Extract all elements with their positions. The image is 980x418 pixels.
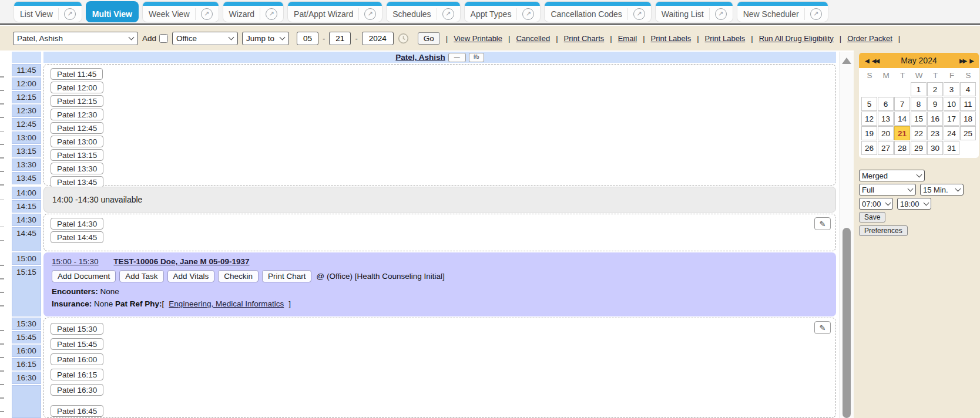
provider-select[interactable]: Patel, Ashish xyxy=(13,32,138,45)
time-cell[interactable]: 12:00 xyxy=(12,77,41,90)
fb-button[interactable]: f/b xyxy=(469,53,484,62)
interval-select[interactable]: 15 Min. xyxy=(920,184,964,195)
minical-day[interactable]: 17 xyxy=(944,112,959,126)
time-cell[interactable]: 16:00 xyxy=(12,345,41,357)
slot-button[interactable]: Patel 15:30 xyxy=(51,323,103,335)
time-cell[interactable]: 12:15 xyxy=(12,91,41,103)
time-cell[interactable]: 16:15 xyxy=(12,358,41,370)
time-cell[interactable]: 15:30 xyxy=(12,318,41,330)
date-day-input[interactable] xyxy=(329,32,351,45)
slot-button[interactable]: Patel 13:00 xyxy=(51,136,103,147)
slot-button[interactable]: Patel 15:45 xyxy=(51,338,103,350)
view-mode-select[interactable]: Merged xyxy=(859,170,925,181)
clock-icon[interactable] xyxy=(398,33,409,44)
prev-year-icon[interactable]: ◀◀ xyxy=(870,58,880,64)
go-button[interactable]: Go xyxy=(418,32,440,45)
time-cell[interactable]: 13:45 xyxy=(12,172,41,184)
external-link-icon[interactable]: ↗ xyxy=(266,8,277,20)
time-cell[interactable]: 13:15 xyxy=(12,145,41,157)
tab-waiting-list[interactable]: Waiting List ↗ xyxy=(656,2,733,22)
edit-provider-day-button[interactable]: ✎ xyxy=(814,217,831,230)
time-cell[interactable]: 14:45 xyxy=(12,227,41,251)
external-link-icon[interactable]: ↗ xyxy=(64,8,76,20)
slot-button[interactable]: Patel 16:00 xyxy=(51,353,103,365)
tab-pat-appt-wizard[interactable]: Pat/Appt Wizard ↗ xyxy=(288,2,382,22)
minical-day[interactable]: 23 xyxy=(927,126,943,140)
minical-day[interactable]: 8 xyxy=(911,97,927,111)
time-cell[interactable]: 11:45 xyxy=(12,64,41,76)
time-cell[interactable]: 15:45 xyxy=(12,331,41,343)
referring-physician-link[interactable]: Engineering, Medical Informatics xyxy=(169,299,284,308)
external-link-icon[interactable]: ↗ xyxy=(633,8,645,20)
add-checkbox[interactable] xyxy=(159,34,168,43)
slot-button[interactable]: Patel 12:30 xyxy=(51,109,103,120)
minical-day[interactable]: 2 xyxy=(927,82,943,96)
minical-day[interactable]: 7 xyxy=(894,97,910,111)
minical-day[interactable]: 18 xyxy=(960,112,976,126)
slot-button[interactable]: Patel 16:15 xyxy=(51,369,103,380)
date-month-input[interactable] xyxy=(297,32,318,45)
scrollbar-thumb[interactable] xyxy=(843,228,851,418)
minical-day[interactable]: 15 xyxy=(911,112,927,126)
order-packet-link[interactable]: Order Packet xyxy=(847,34,892,43)
slot-button[interactable]: Patel 11:45 xyxy=(51,68,103,80)
external-link-icon[interactable]: ↗ xyxy=(715,8,727,20)
print-labels-link[interactable]: Print Labels xyxy=(651,34,692,43)
time-cell[interactable]: 13:30 xyxy=(12,159,41,171)
appointment-patient-link[interactable]: TEST-10006 Doe, Jane M 05-09-1937 xyxy=(113,257,249,266)
add-vitals-button[interactable]: Add Vitals xyxy=(167,270,215,282)
next-month-icon[interactable]: ▶ xyxy=(968,58,975,64)
minical-day[interactable]: 13 xyxy=(878,112,894,126)
tab-week-view[interactable]: Week View ↗ xyxy=(143,2,219,22)
start-time-select[interactable]: 07:00 xyxy=(859,198,893,210)
minical-day[interactable]: 29 xyxy=(911,141,927,155)
time-cell[interactable]: 14:15 xyxy=(12,200,41,213)
slot-button[interactable]: Patel 16:45 xyxy=(51,405,103,417)
minical-day[interactable]: 5 xyxy=(861,97,877,111)
time-cell[interactable]: 14:30 xyxy=(12,214,41,226)
minical-day[interactable]: 24 xyxy=(944,126,959,140)
tab-wizard[interactable]: Wizard ↗ xyxy=(223,2,284,22)
end-time-select[interactable]: 18:00 xyxy=(897,198,931,210)
checkin-button[interactable]: Checkin xyxy=(218,270,259,282)
minical-day[interactable]: 19 xyxy=(861,126,877,140)
tab-multi-view[interactable]: Multi View xyxy=(86,2,138,22)
time-cell[interactable]: 15:15 xyxy=(12,266,41,316)
slot-button[interactable]: Patel 13:45 xyxy=(51,176,103,188)
jump-to-select[interactable]: Jump to xyxy=(242,32,289,45)
time-cell[interactable]: 12:45 xyxy=(12,118,41,130)
add-task-button[interactable]: Add Task xyxy=(119,270,163,282)
email-link[interactable]: Email xyxy=(618,34,637,43)
external-link-icon[interactable]: ↗ xyxy=(442,8,454,20)
cancelled-link[interactable]: Cancelled xyxy=(516,34,550,43)
slot-button[interactable]: Patel 13:30 xyxy=(51,163,103,174)
minical-day[interactable]: 4 xyxy=(960,82,976,96)
time-cell[interactable]: 12:30 xyxy=(12,105,41,117)
view-printable-link[interactable]: View Printable xyxy=(454,34,502,43)
minical-day[interactable]: 27 xyxy=(878,141,894,155)
minical-day-selected[interactable]: 21 xyxy=(894,126,910,140)
minical-day[interactable]: 22 xyxy=(911,126,927,140)
add-document-button[interactable]: Add Document xyxy=(52,270,116,282)
run-drug-eligibility-link[interactable]: Run All Drug Eligibility xyxy=(759,34,834,43)
minical-day[interactable]: 16 xyxy=(927,112,943,126)
print-charts-link[interactable]: Print Charts xyxy=(564,34,605,43)
tab-new-scheduler[interactable]: New Scheduler ↗ xyxy=(737,2,828,22)
next-year-icon[interactable]: ▶▶ xyxy=(958,58,968,64)
appointment-time-link[interactable]: 15:00 - 15:30 xyxy=(52,257,99,266)
time-cell[interactable]: 13:00 xyxy=(12,132,41,144)
minical-day[interactable]: 3 xyxy=(944,82,959,96)
external-link-icon[interactable]: ↗ xyxy=(201,8,213,20)
tab-list-view[interactable]: List View ↗ xyxy=(14,2,82,22)
minical-day[interactable]: 26 xyxy=(861,141,877,155)
minical-day[interactable]: 1 xyxy=(911,82,927,96)
time-cell[interactable] xyxy=(12,385,41,418)
minical-day[interactable]: 31 xyxy=(944,141,959,155)
minical-day[interactable]: 10 xyxy=(944,97,959,111)
minical-day[interactable]: 14 xyxy=(894,112,910,126)
minical-day[interactable]: 6 xyxy=(878,97,894,111)
time-cell[interactable]: 14:00 xyxy=(12,187,41,199)
minical-day[interactable]: 25 xyxy=(960,126,976,140)
layout-select[interactable]: Full xyxy=(859,184,916,195)
collapse-column-button[interactable]: — xyxy=(448,53,466,62)
